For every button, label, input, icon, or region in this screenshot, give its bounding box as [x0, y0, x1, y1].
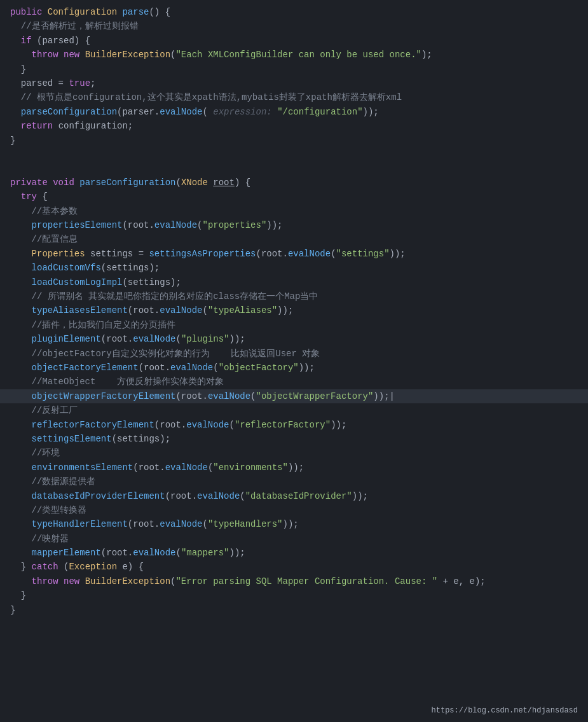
code-line: parseConfiguration(parser.evalNode( expr…: [0, 105, 588, 119]
code-line: environmentsElement(root.evalNode("envir…: [0, 461, 588, 475]
code-line: public Configuration parse() {: [0, 5, 588, 19]
code-line: throw new BuilderException("Error parsin…: [0, 574, 588, 588]
code-line: [0, 148, 588, 162]
code-line: [0, 162, 588, 176]
code-line: objectFactoryElement(root.evalNode("obje…: [0, 361, 588, 375]
code-line: pluginElement(root.evalNode("plugins"));: [0, 332, 588, 346]
code-line: //反射工厂: [0, 403, 588, 417]
code-line: //插件，比如我们自定义的分页插件: [0, 318, 588, 332]
code-line: reflectorFactoryElement(root.evalNode("r…: [0, 418, 588, 432]
code-line: if (parsed) {: [0, 34, 588, 48]
code-line: }: [0, 603, 588, 617]
code-line: }: [0, 62, 588, 76]
code-line: }: [0, 588, 588, 602]
code-line: //是否解析过，解析过则报错: [0, 19, 588, 33]
code-line: }: [0, 134, 588, 148]
code-line: //环境: [0, 446, 588, 460]
code-line: // 所谓别名 其实就是吧你指定的别名对应的class存储在一个Map当中: [0, 289, 588, 303]
code-line: //MateObject 方便反射操作实体类的对象: [0, 375, 588, 389]
code-line: //基本参数: [0, 204, 588, 218]
code-line: throw new BuilderException("Each XMLConf…: [0, 48, 588, 62]
code-line: loadCustomVfs(settings);: [0, 261, 588, 275]
code-line: Properties settings = settingsAsProperti…: [0, 247, 588, 261]
code-line: mapperElement(root.evalNode("mappers"));: [0, 546, 588, 560]
code-line: parsed = true;: [0, 76, 588, 90]
code-line: //类型转换器: [0, 503, 588, 517]
code-line: loadCustomLogImpl(settings);: [0, 275, 588, 289]
footer-link: https://blog.csdn.net/hdjansdasd: [432, 703, 578, 717]
code-line: settingsElement(settings);: [0, 432, 588, 446]
code-line: //数据源提供者: [0, 475, 588, 489]
code-line: //映射器: [0, 532, 588, 546]
code-line: //objectFactory自定义实例化对象的行为 比如说返回User 对象: [0, 347, 588, 361]
code-line: typeHandlerElement(root.evalNode("typeHa…: [0, 517, 588, 531]
code-line: databaseIdProviderElement(root.evalNode(…: [0, 489, 588, 503]
code-content: public Configuration parse() { //是否解析过，解…: [0, 5, 588, 617]
code-line: } catch (Exception e) {: [0, 560, 588, 574]
code-line: typeAliasesElement(root.evalNode("typeAl…: [0, 303, 588, 317]
code-line: try {: [0, 190, 588, 204]
code-line: objectWrapperFactoryElement(root.evalNod…: [0, 389, 588, 403]
code-line: return configuration;: [0, 119, 588, 133]
code-line: propertiesElement(root.evalNode("propert…: [0, 218, 588, 232]
code-line: //配置信息: [0, 232, 588, 246]
code-editor: public Configuration parse() { //是否解析过，解…: [0, 0, 588, 722]
code-line: private void parseConfiguration(XNode ro…: [0, 176, 588, 190]
code-line: // 根节点是configuration,这个其实是xpath语法,mybati…: [0, 90, 588, 104]
